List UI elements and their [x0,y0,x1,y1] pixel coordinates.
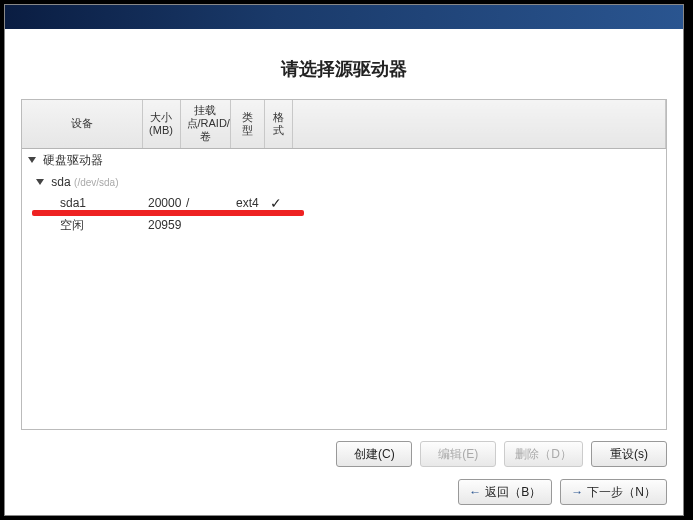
partition-name: 空闲 [22,214,142,237]
table-header-row: 设备 大小(MB) 挂载点/RAID/卷 类型 格式 [22,100,666,148]
col-spacer [292,100,666,148]
page-title: 请选择源驱动器 [21,57,667,81]
back-label: 返回（B） [485,484,541,501]
partition-row[interactable]: 空闲 20959 [22,214,666,237]
col-format[interactable]: 格式 [264,100,292,148]
arrow-right-icon [571,485,583,499]
partition-table-area: 设备 大小(MB) 挂载点/RAID/卷 类型 格式 硬盘驱动器 [21,99,667,430]
partition-type [230,214,264,237]
back-button[interactable]: 返回（B） [458,479,552,505]
installer-window: 请选择源驱动器 设备 大小(MB) 挂载点/RAID/卷 类型 格式 [4,4,684,516]
titlebar [5,5,683,29]
disk-name: sda [51,175,70,189]
disk-path: (/dev/sda) [74,177,118,188]
partition-table: 设备 大小(MB) 挂载点/RAID/卷 类型 格式 硬盘驱动器 [22,100,666,237]
delete-button: 删除（D） [504,441,583,467]
create-button[interactable]: 创建(C) [336,441,412,467]
check-icon: ✓ [270,195,282,211]
chevron-down-icon[interactable] [36,179,44,185]
tree-root-row[interactable]: 硬盘驱动器 [22,148,666,172]
col-type[interactable]: 类型 [230,100,264,148]
annotation-underline [32,210,304,216]
reset-button[interactable]: 重设(s) [591,441,667,467]
edit-button: 编辑(E) [420,441,496,467]
col-size[interactable]: 大小(MB) [142,100,180,148]
root-label: 硬盘驱动器 [43,153,103,167]
col-mount[interactable]: 挂载点/RAID/卷 [180,100,230,148]
chevron-down-icon[interactable] [28,157,36,163]
arrow-left-icon [469,485,481,499]
partition-size: 20959 [142,214,180,237]
nav-button-row: 返回（B） 下一步（N） [21,473,667,507]
partition-mount [180,214,230,237]
next-button[interactable]: 下一步（N） [560,479,667,505]
col-device[interactable]: 设备 [22,100,142,148]
tree-disk-row[interactable]: sda (/dev/sda) [22,172,666,192]
action-button-row: 创建(C) 编辑(E) 删除（D） 重设(s) [21,430,667,473]
next-label: 下一步（N） [587,484,656,501]
content: 请选择源驱动器 设备 大小(MB) 挂载点/RAID/卷 类型 格式 [5,29,683,515]
